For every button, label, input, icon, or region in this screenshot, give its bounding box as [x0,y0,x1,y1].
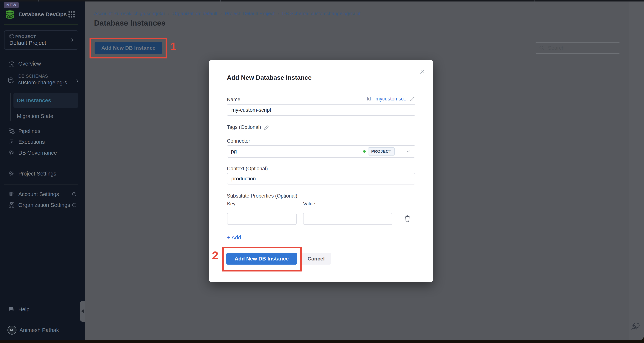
substitute-value-input[interactable] [303,213,392,225]
sidebar-item-help[interactable]: ? Help [0,304,85,315]
project-selector[interactable]: PROJECT Default Project [4,30,78,50]
connector-label: Connector [227,138,250,144]
right-panel-strip [629,1,644,340]
annotation-box-step-1 [90,38,167,58]
pipelines-icon [8,128,15,134]
browser-top-strip [0,0,644,1]
gear-icon [8,149,15,156]
annotation-number-2: 2 [212,249,218,262]
delete-row-trash-icon[interactable] [403,214,412,223]
sidebar-item-overview[interactable]: Overview [0,58,85,69]
context-label: Context (Optional) [227,166,268,172]
id-value-link[interactable]: mycustomsc... [376,96,408,102]
layers-gear-icon [8,191,15,198]
sidebar-item-account-settings[interactable]: Account Settings [0,189,85,199]
user-name: Animesh Pathak [20,327,59,333]
cube-icon [9,33,14,39]
edit-pencil-icon[interactable] [410,96,415,102]
connector-status-dot [363,150,366,153]
tags-label: Tags (Optional) [227,124,261,130]
value-column-label: Value [303,201,315,207]
app-grid-icon[interactable] [68,11,75,17]
search-input[interactable] [548,45,618,51]
breadcrumb-separator: › [168,11,170,16]
breadcrumb-separator: › [220,11,222,16]
edit-pencil-icon[interactable] [264,125,269,130]
sidebar-item-db-governance[interactable]: DB Governance [0,147,85,158]
connector-select[interactable]: pg PROJECT [227,145,415,158]
page-title: Database Instances [94,19,166,27]
sidebar-item-pipelines[interactable]: Pipelines [0,126,85,136]
connector-scope-badge: PROJECT [368,147,395,156]
breadcrumb-organization[interactable]: Organization: default [172,11,217,16]
org-tree-gear-icon [8,202,15,208]
sidebar-item-migration-state[interactable]: Migration State [14,111,78,121]
database-devops-logo-icon [4,8,16,20]
chat-bubbles-icon[interactable] [631,321,640,331]
sidebar: NEW Database DevOps PROJECT Default Proj… [0,1,85,340]
tab-separator [220,0,221,1]
annotation-number-1: 1 [170,40,176,52]
collapse-arrow-icon [81,309,84,313]
app-title: Database DevOps [19,11,67,17]
nav-tree-line [10,93,11,121]
new-badge: NEW [4,2,19,8]
cancel-button[interactable]: Cancel [301,253,331,265]
sidebar-item-organization-settings[interactable]: Organization Settings [0,200,85,210]
sidebar-collapse-handle[interactable] [80,301,86,322]
sidebar-item-db-schemas[interactable]: DB SCHEMAS custom-changelog-s... [0,73,85,91]
breadcrumb: Account: kurosakiichigo.songoku › Organi… [94,11,360,16]
id-label: Id : [367,96,374,102]
tab-separator [534,0,535,1]
breadcrumb-account[interactable]: Account: kurosakiichigo.songoku [94,11,165,16]
add-property-row-link[interactable]: + Add [227,235,241,241]
key-column-label: Key [227,201,236,207]
sidebar-item-executions[interactable]: Executions [0,137,85,147]
right-panel-divider [629,1,629,340]
tab-separator [38,0,39,1]
home-icon [8,60,15,67]
breadcrumb-separator: › [278,11,279,16]
tags-row: Tags (Optional) [227,124,269,130]
project-scope-label: PROJECT [15,34,36,39]
divider [4,184,78,185]
chevron-right-icon [74,78,80,84]
connector-value: pg [231,148,237,154]
modal-title: Add New Database Instance [227,74,312,81]
divider [4,164,78,164]
divider [4,295,78,295]
sidebar-item-db-instances[interactable]: DB Instances [14,93,78,108]
svg-text:?: ? [10,307,12,310]
tab-separator [510,0,510,1]
database-gear-icon [8,77,15,84]
info-icon[interactable] [72,202,77,208]
search-icon [538,45,545,51]
chevron-down-icon [406,149,411,154]
help-chat-icon: ? [8,306,15,313]
chevron-right-icon [70,37,75,43]
info-icon[interactable] [72,192,77,197]
id-row: Id : mycustomsc... [227,96,415,102]
substitute-properties-label: Substitute Properties (Optional) [227,193,297,199]
gear-icon [8,170,15,177]
module-accent-line [4,24,78,24]
breadcrumb-db-schema[interactable]: DB Schema: customchangelogscript [282,11,360,16]
substitute-key-input[interactable] [227,213,296,225]
play-icon [8,139,15,145]
project-name: Default Project [9,40,46,46]
avatar[interactable]: AP [8,326,16,335]
search-box[interactable] [535,42,620,54]
annotation-box-step-2 [222,247,302,272]
tab-separator [559,0,559,1]
sidebar-item-project-settings[interactable]: Project Settings [0,168,85,179]
name-input[interactable] [227,104,415,116]
close-icon[interactable] [418,68,426,75]
context-input[interactable] [227,173,415,184]
breadcrumb-project[interactable]: Project: Default Project [225,11,274,16]
